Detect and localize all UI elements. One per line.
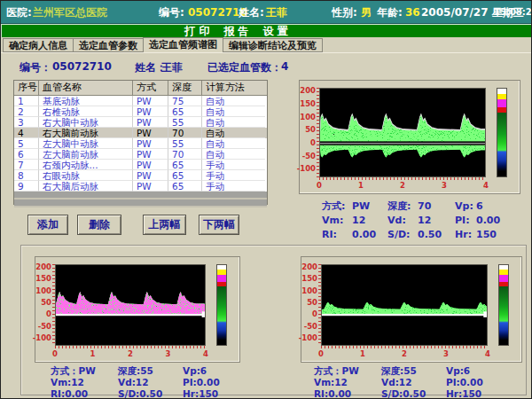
y-axis-tick-label: 50: [307, 299, 317, 307]
header-cell: 计算方法: [202, 81, 265, 95]
y-axis-labels: 200150100500-50-100: [301, 264, 319, 346]
header-cell: 方式: [133, 81, 168, 95]
table-cell: PW: [133, 117, 168, 128]
table-row[interactable]: 3右大脑中动脉PW55自动: [14, 117, 267, 128]
stat-pair: Vm:12: [51, 377, 118, 388]
x-axis-tick-label: 0: [317, 181, 322, 190]
y-axis-labels: 200150100500-50-100: [35, 264, 53, 346]
spectrogram-plot: [321, 264, 488, 346]
menu-bar: 打 印报 告设 置: [1, 24, 532, 37]
tab-vessel-params[interactable]: 选定血管参数: [73, 38, 144, 52]
table-cell: PW: [133, 170, 168, 181]
tab-patient-info[interactable]: 确定病人信息: [3, 38, 74, 52]
table-cell: 1: [14, 96, 39, 106]
patient-id-label: 编号:: [159, 1, 184, 24]
color-scale-bar: [216, 264, 227, 346]
stat-value: 0.00: [476, 215, 512, 229]
y-axis-tick-label: 100: [301, 287, 317, 295]
table-cell: 手动: [202, 160, 265, 170]
x-axis-ticks: [321, 346, 488, 348]
y-axis-tick-label: 150: [300, 100, 316, 108]
table-cell: 右大脑前动脉: [39, 128, 133, 138]
hospital-value: 兰州军区总医院: [33, 1, 107, 24]
header-cell: 血管名称: [39, 81, 133, 95]
table-cell: 手动: [202, 170, 265, 181]
stat-label: Vd:: [387, 215, 418, 229]
x-axis-tick-label: 4: [203, 349, 208, 358]
table-cell: 2: [14, 106, 39, 117]
add-button[interactable]: 添加: [27, 215, 68, 235]
table-cell: PW: [133, 160, 168, 170]
x-axis-labels: 01234: [319, 181, 486, 191]
header-cell: 深度: [168, 81, 202, 95]
x-axis-tick-label: 1: [358, 181, 364, 190]
content-area: 编号： 05072710 姓名： 王菲 已选定血管数： 4 序号血管名称方式深度…: [1, 52, 532, 399]
x-axis-tick-label: 3: [442, 181, 447, 190]
spectrogram-plot: [55, 264, 206, 346]
table-cell: PW: [133, 106, 168, 117]
table-row[interactable]: 6左大脑前动脉PW70自动: [14, 149, 267, 160]
x-axis-tick-label: 2: [400, 181, 405, 190]
stat-label: Hr:: [455, 229, 476, 243]
table-cell: 右大脑后动脉: [39, 181, 133, 192]
delete-button[interactable]: 删除: [77, 215, 121, 235]
table-row[interactable]: 9右大脑后动脉PW65手动: [14, 181, 267, 192]
spectrogram-panel-bottom-left: 200150100500-50-10001234: [35, 256, 240, 363]
form-name-value: 王菲: [161, 60, 183, 75]
y-axis-tick-label: 100: [35, 287, 51, 295]
table-row[interactable]: 4右大脑前动脉PW70自动: [14, 128, 267, 138]
table-cell: 70: [168, 128, 202, 138]
table-cell: PW: [133, 96, 168, 106]
stat-label: S/D:: [387, 229, 418, 243]
table-cell: 9: [14, 181, 39, 192]
stat-pair: Vd:12: [118, 377, 183, 388]
stat-value: 12: [418, 215, 455, 229]
x-axis-tick-label: 0: [318, 349, 324, 358]
stat-pair: RI:0.00: [314, 388, 381, 399]
table-row[interactable]: 7右颈内动脉...PW65手动: [14, 160, 267, 170]
stat-pair: Vp:6: [446, 365, 508, 377]
stat-pair: S/D:0.50: [381, 388, 446, 399]
x-axis-labels: 01234: [321, 349, 488, 359]
next-two-button[interactable]: 下两幅: [199, 215, 239, 235]
y-axis-tick-label: 200: [300, 87, 316, 95]
spectrogram-plot: [319, 88, 486, 177]
table-row[interactable]: 5左大脑中动脉PW55自动: [14, 138, 267, 149]
table-cell: 5: [14, 138, 39, 149]
menu-settings[interactable]: 设 置: [263, 25, 288, 37]
menu-report[interactable]: 报 告: [223, 25, 248, 37]
form-count-label: 已选定血管数：: [207, 60, 282, 75]
tab-vessel-spectrum[interactable]: 选定血管频谱图: [143, 37, 223, 52]
y-axis-tick-label: 150: [301, 275, 317, 283]
y-axis-labels: 200150100500-50-100: [300, 88, 317, 177]
table-row[interactable]: 2右椎动脉PW65自动: [14, 106, 267, 117]
y-axis-tick-label: -50: [304, 323, 317, 331]
menu-print[interactable]: 打 印: [184, 25, 209, 37]
table-row[interactable]: 1基底动脉PW75自动: [14, 96, 267, 106]
table-cell: 70: [168, 149, 202, 160]
titlebar: 医院: 兰州军区总医院 编号: 05072710 姓名: 王菲 性别: 男 年龄…: [1, 1, 532, 24]
table-cell: 3: [14, 117, 39, 128]
vessel-table[interactable]: 序号血管名称方式深度计算方法1基底动脉PW75自动2右椎动脉PW65自动3右大脑…: [13, 80, 268, 205]
time-text: 15:08:22: [494, 1, 532, 24]
stat-value: 150: [476, 229, 512, 243]
spectrogram-panel-bottom-right: 200150100500-50-10001234: [301, 256, 522, 363]
stat-value: 0.50: [418, 229, 455, 243]
gender-value: 男: [361, 1, 372, 24]
stat-pair: Hr:150: [183, 388, 245, 399]
table-cell: 自动: [202, 96, 265, 106]
x-axis-tick-label: 4: [485, 349, 490, 358]
age-value: 36: [405, 1, 420, 24]
y-axis-tick-label: 0: [312, 310, 317, 318]
table-row[interactable]: 8右眼动脉PW65手动: [14, 170, 267, 181]
stats-top-right: 方式:PW深度:70Vp:6Vm:12Vd:12PI:0.00RI:0.00S/…: [322, 200, 522, 243]
table-cell: 右颈内动脉...: [39, 160, 133, 170]
stat-pair: 深度:55: [381, 365, 446, 377]
stat-pair: RI:0.00: [51, 388, 118, 399]
x-axis-ticks: [55, 346, 206, 348]
tab-diagnosis-preview[interactable]: 编辑诊断结论及预览: [223, 38, 323, 52]
patient-name-label: 姓名:: [239, 1, 264, 24]
table-cell: PW: [133, 149, 168, 160]
x-axis-tick-label: 1: [90, 349, 96, 358]
prev-two-button[interactable]: 上两幅: [143, 215, 186, 235]
